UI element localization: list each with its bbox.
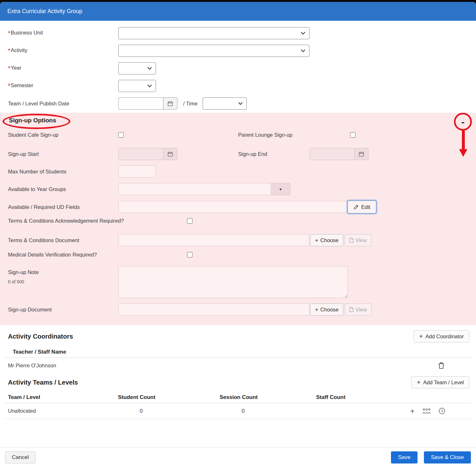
year-groups-input[interactable] — [118, 183, 271, 195]
signup-end-group — [309, 148, 369, 160]
required-asterisk: * — [8, 47, 10, 54]
signup-end-input[interactable] — [309, 148, 354, 160]
plus-icon: + — [315, 307, 318, 313]
plus-icon: + — [410, 407, 415, 416]
signup-note-label: Sign-up Note — [8, 269, 118, 275]
signup-doc-input[interactable] — [118, 303, 309, 316]
signup-options-section: Sign-up Options - Student Cafe Sign-up P… — [0, 113, 476, 325]
required-asterisk: * — [8, 82, 10, 89]
add-session-button[interactable]: + — [410, 407, 415, 416]
signup-note-row: Sign-up Note 0 of 500 — [0, 266, 476, 298]
coordinators-table-header: Teacher / Staff Name — [4, 346, 472, 358]
semester-select[interactable] — [118, 80, 156, 92]
publish-date-label: Team / Level Publish Date — [8, 101, 118, 107]
max-students-input[interactable] — [118, 165, 156, 178]
session-count-value: 0 — [220, 408, 267, 414]
coordinator-name: Mr Pierre O'Johnson — [8, 363, 438, 369]
file-icon — [349, 307, 354, 312]
publish-date-calendar-button[interactable] — [163, 97, 177, 110]
team-members-button[interactable] — [422, 408, 431, 414]
collapse-section-button[interactable]: - — [454, 113, 472, 131]
terms-doc-input[interactable] — [118, 234, 309, 246]
add-coordinator-button[interactable]: +Add Coordinator — [414, 330, 469, 342]
chevron-down-icon — [301, 32, 305, 35]
semester-row: *Semester — [0, 80, 476, 92]
signup-doc-choose-button[interactable]: +Choose — [310, 303, 343, 316]
parent-lounge-checkbox[interactable] — [350, 132, 355, 138]
medical-checkbox[interactable] — [187, 252, 192, 257]
student-cafe-label: Student Cafe Sign-up — [8, 132, 118, 138]
time-label: / Time — [183, 101, 198, 107]
terms-ack-label: Terms & Conditions Acknowledgement Requi… — [8, 218, 187, 224]
year-row: *Year — [0, 62, 476, 74]
people-group-icon — [422, 408, 431, 414]
plus-icon: + — [419, 333, 423, 340]
terms-doc-choose-button[interactable]: +Choose — [310, 234, 343, 246]
publish-time-select[interactable] — [203, 97, 247, 110]
activity-select[interactable] — [118, 45, 309, 57]
activity-group-modal: Extra Curricular Activity Group *Busines… — [0, 2, 476, 467]
publish-date-row: Team / Level Publish Date / Time — [0, 97, 476, 110]
student-cafe-checkbox[interactable] — [118, 132, 124, 138]
clock-icon — [439, 408, 445, 414]
business-unit-label: *Business Unit — [8, 30, 118, 37]
coordinators-title: Activity Coordinators — [8, 333, 73, 340]
student-count-column: Student Count — [118, 394, 220, 401]
calendar-icon — [359, 151, 364, 157]
plus-icon: + — [417, 379, 421, 386]
cancel-button[interactable]: Cancel — [5, 451, 35, 463]
year-groups-dropdown-button[interactable]: ▾ — [271, 183, 290, 195]
chevron-down-icon — [147, 85, 152, 88]
edit-ud-fields-button[interactable]: Edit — [347, 201, 376, 213]
terms-doc-view-button[interactable]: View — [345, 234, 371, 246]
publish-date-input[interactable] — [118, 97, 163, 110]
signup-start-input[interactable] — [118, 148, 163, 160]
cafe-lounge-row: Student Cafe Sign-up Parent Lounge Sign-… — [0, 132, 476, 138]
pencil-icon — [354, 204, 359, 210]
signup-doc-row: Sign-up Document +Choose View — [0, 303, 476, 316]
team-level-value: Unallocated — [4, 408, 118, 414]
terms-ack-row: Terms & Conditions Acknowledgement Requi… — [0, 218, 476, 224]
teams-title: Activity Teams / Levels — [8, 379, 78, 386]
terms-doc-row: Terms & Conditions Document +Choose View — [0, 234, 476, 246]
year-select[interactable] — [118, 62, 156, 74]
signup-note-textarea[interactable] — [118, 266, 348, 298]
signup-dates-row: Sign-up Start Sign-up End — [0, 148, 476, 160]
business-unit-select[interactable] — [118, 27, 309, 39]
modal-title: Extra Curricular Activity Group — [7, 8, 82, 15]
terms-doc-label: Terms & Conditions Document — [8, 237, 118, 243]
team-sessions-button[interactable] — [439, 408, 445, 414]
student-count-value: 0 — [118, 408, 164, 414]
calendar-icon — [168, 101, 173, 106]
year-groups-row: Available to Year Groups ▾ — [0, 183, 476, 195]
signup-options-title: Sign-up Options — [0, 116, 476, 125]
signup-end-calendar-button[interactable] — [354, 148, 369, 160]
year-groups-label: Available to Year Groups — [8, 186, 118, 192]
plus-icon: + — [315, 237, 318, 243]
ud-fields-label: Available / Required UD Fields — [8, 204, 118, 210]
teams-section: Activity Teams / Levels +Add Team / Leve… — [0, 373, 476, 419]
signup-doc-view-button[interactable]: View — [345, 303, 371, 316]
required-asterisk: * — [8, 30, 10, 36]
chevron-down-icon — [301, 50, 305, 52]
medical-label: Medical Details Verification Required? — [8, 252, 187, 258]
session-count-column: Session Count — [220, 394, 316, 401]
signup-start-calendar-button[interactable] — [163, 148, 177, 160]
delete-coordinator-button[interactable] — [438, 362, 444, 369]
terms-ack-checkbox[interactable] — [187, 218, 192, 224]
calendar-icon — [168, 151, 173, 157]
save-close-button[interactable]: Save & Close — [424, 451, 471, 463]
modal-header: Extra Curricular Activity Group — [0, 2, 476, 21]
coordinator-name-column: Teacher / Staff Name — [13, 349, 66, 355]
add-team-level-button[interactable]: +Add Team / Level — [411, 376, 469, 388]
chevron-down-icon — [238, 102, 243, 105]
save-button[interactable]: Save — [391, 451, 417, 463]
signup-start-group — [118, 148, 177, 160]
team-row: Unallocated 0 0 + — [4, 403, 472, 419]
ud-fields-input[interactable] — [118, 201, 347, 213]
team-level-column: Team / Level — [4, 394, 118, 401]
semester-label: *Semester — [8, 82, 118, 89]
signup-note-counter: 0 of 500 — [8, 279, 118, 284]
parent-lounge-label: Parent Lounge Sign-up — [238, 132, 350, 138]
coordinator-row: Mr Pierre O'Johnson — [4, 358, 472, 373]
